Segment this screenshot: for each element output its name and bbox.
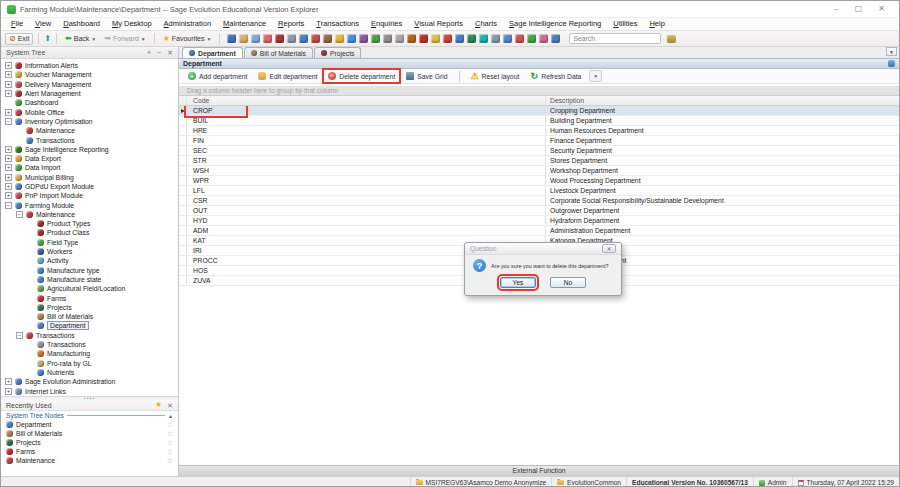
- column-header-description[interactable]: Description: [546, 96, 899, 105]
- sidebar-item-sage-evolution-administration[interactable]: +Sage Evolution Administration: [1, 377, 178, 386]
- close-icon[interactable]: ✕: [167, 49, 173, 56]
- edit-department-button[interactable]: Edit department: [255, 71, 320, 81]
- sidebar-item-product-types[interactable]: Product Types: [1, 219, 178, 228]
- pin-red-icon[interactable]: [515, 34, 524, 43]
- column-header-code[interactable]: Code: [187, 96, 546, 105]
- collapse-icon[interactable]: −: [5, 202, 12, 209]
- sidebar-item-maintenance[interactable]: −Maintenance: [1, 210, 178, 219]
- yes-button[interactable]: Yes: [500, 277, 536, 288]
- menu-item-visual-reports[interactable]: Visual Reports: [408, 18, 469, 30]
- pin-icon[interactable]: +: [147, 49, 151, 56]
- sidebar-item-transactions[interactable]: Transactions: [1, 135, 178, 144]
- sidebar-item-data-export[interactable]: +Data Export: [1, 154, 178, 163]
- sidebar-item-transactions[interactable]: −Transactions: [1, 331, 178, 340]
- expand-icon[interactable]: +: [5, 388, 12, 395]
- star-outline-icon[interactable]: ☆: [167, 457, 173, 465]
- favourites-button[interactable]: ★ Favourites ▼: [160, 34, 215, 44]
- collapse-icon[interactable]: −: [157, 49, 161, 56]
- menu-item-dashboard[interactable]: Dashboard: [57, 18, 106, 30]
- expand-icon[interactable]: +: [5, 164, 12, 171]
- arrow-green-icon[interactable]: [527, 34, 536, 43]
- expand-icon[interactable]: +: [5, 62, 12, 69]
- chart-blue-icon[interactable]: [347, 34, 356, 43]
- refresh-data-button[interactable]: ↻Refresh Data: [527, 71, 584, 81]
- sidebar-item-voucher-management[interactable]: +Voucher Management: [1, 70, 178, 79]
- table-row[interactable]: STRStores Department: [179, 156, 899, 166]
- sidebar-item-dashboard[interactable]: Dashboard: [1, 98, 178, 107]
- doc-gray-icon[interactable]: [395, 34, 404, 43]
- sidebar-item-transactions[interactable]: Transactions: [1, 340, 178, 349]
- up-level-icon[interactable]: ⬆: [44, 35, 51, 43]
- chevron-down-icon[interactable]: ▼: [589, 70, 602, 82]
- tree-green-icon[interactable]: [371, 34, 380, 43]
- link-teal-icon[interactable]: [479, 34, 488, 43]
- expand-icon[interactable]: +: [5, 192, 12, 199]
- clock-icon[interactable]: [251, 34, 260, 43]
- table-row[interactable]: FINFinance Department: [179, 136, 899, 146]
- sidebar-item-maintenance[interactable]: Maintenance: [1, 126, 178, 135]
- menu-item-file[interactable]: File: [5, 18, 29, 30]
- doc-blue-icon[interactable]: [299, 34, 308, 43]
- star-outline-icon[interactable]: ☆: [167, 448, 173, 456]
- close-icon[interactable]: ✕: [167, 402, 173, 409]
- sidebar-item-sage-intelligence-reporting[interactable]: +Sage Intelligence Reporting: [1, 145, 178, 154]
- sidebar-item-manufacture-type[interactable]: Manufacture type: [1, 266, 178, 275]
- menu-item-sage-intelligence-reporting[interactable]: Sage Intelligence Reporting: [503, 18, 607, 30]
- sidebar-item-municipal-billing[interactable]: +Municipal Billing: [1, 173, 178, 182]
- book-brown-icon[interactable]: [407, 34, 416, 43]
- chart-red-icon[interactable]: [263, 34, 272, 43]
- close-icon[interactable]: ✕: [602, 244, 616, 253]
- table-row[interactable]: OUTOutgrower Department: [179, 206, 899, 216]
- menu-item-reports[interactable]: Reports: [272, 18, 310, 30]
- table-row[interactable]: HYDHydraform Department: [179, 216, 899, 226]
- sidebar-item-department[interactable]: Department: [1, 321, 178, 330]
- sidebar-item-manufacture-state[interactable]: Manufacture state: [1, 275, 178, 284]
- box-brown-icon[interactable]: [323, 34, 332, 43]
- menu-item-my-desktop[interactable]: My Desktop: [106, 18, 158, 30]
- star-yellow-icon[interactable]: [431, 34, 440, 43]
- sidebar-item-farms[interactable]: Farms: [1, 293, 178, 302]
- tab-scroll-button[interactable]: ▼: [886, 47, 897, 56]
- sidebar-item-projects[interactable]: Projects: [1, 303, 178, 312]
- globe-blue2-icon[interactable]: [455, 34, 464, 43]
- menu-item-maintenance[interactable]: Maintenance: [217, 18, 272, 30]
- expand-icon[interactable]: +: [5, 90, 12, 97]
- dialog-title-bar[interactable]: Question ✕: [465, 243, 621, 255]
- sidebar-item-nutrients[interactable]: Nutrients: [1, 368, 178, 377]
- sidebar-item-delivery-management[interactable]: +Delivery Management: [1, 80, 178, 89]
- back-button[interactable]: ⬅ Back ▼: [62, 34, 99, 44]
- refresh-red-icon[interactable]: [311, 34, 320, 43]
- save-grid-button[interactable]: Save Grid: [403, 71, 450, 81]
- tab-department[interactable]: Department: [182, 47, 243, 58]
- collapse-icon[interactable]: −: [16, 211, 23, 218]
- world-blue-icon[interactable]: [503, 34, 512, 43]
- reset-layout-button[interactable]: ⚠Reset layout: [468, 71, 523, 81]
- table-row[interactable]: CROPCropping Department: [179, 106, 899, 116]
- tab-projects[interactable]: Projects: [314, 47, 362, 58]
- sidebar-item-workers[interactable]: Workers: [1, 247, 178, 256]
- expand-icon[interactable]: +: [5, 183, 12, 190]
- sidebar-item-inventory-optimisation[interactable]: −Inventory Optimisation: [1, 117, 178, 126]
- expand-icon[interactable]: +: [5, 71, 12, 78]
- collapse-icon[interactable]: −: [5, 118, 12, 125]
- star-icon[interactable]: ★: [155, 401, 162, 409]
- table-row[interactable]: LFLLivestock Department: [179, 186, 899, 196]
- sidebar-item-agricultural-field-location[interactable]: Agricultural Field/Location: [1, 284, 178, 293]
- sidebar-item-data-import[interactable]: +Data Import: [1, 163, 178, 172]
- expand-icon[interactable]: +: [5, 146, 12, 153]
- table-row[interactable]: SECSecurity Department: [179, 146, 899, 156]
- user-tan-icon[interactable]: [239, 34, 248, 43]
- minimize-icon[interactable]: –: [834, 5, 838, 13]
- star-outline-icon[interactable]: ☆: [167, 439, 173, 447]
- search-options-icon[interactable]: [667, 35, 676, 43]
- star-outline-icon[interactable]: ☆: [167, 421, 173, 429]
- excel-green-icon[interactable]: [467, 34, 476, 43]
- table-row[interactable]: WSHWorkshop Department: [179, 166, 899, 176]
- help-icon[interactable]: [888, 60, 895, 67]
- menu-item-utilities[interactable]: Utilities: [607, 18, 643, 30]
- printer-gray-icon[interactable]: [287, 34, 296, 43]
- gear-gray-icon[interactable]: [383, 34, 392, 43]
- recent-item-department[interactable]: Department☆: [1, 420, 178, 429]
- recent-item-maintenance[interactable]: Maintenance☆: [1, 456, 178, 465]
- globe-blue-icon[interactable]: [227, 34, 236, 43]
